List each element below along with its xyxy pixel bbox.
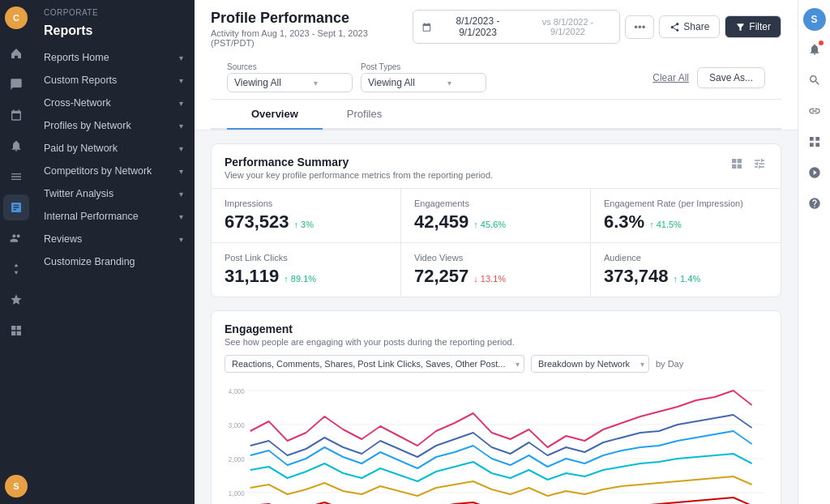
sidebar-item-cross-network-label: Cross-Network <box>44 97 111 109</box>
metric-cell: Post Link Clicks 31,119 ↑ 89.1% <box>212 243 401 297</box>
notification-dot <box>819 41 824 45</box>
post-types-label: Post Types <box>361 62 486 71</box>
performance-summary-card: Performance Summary View your key profil… <box>211 143 781 297</box>
sidebar-title: Reports <box>32 22 195 46</box>
engagement-subtitle: See how people are engaging with your po… <box>225 337 768 347</box>
activity-button[interactable] <box>802 160 827 185</box>
sidebar-item-reports-home-label: Reports Home <box>44 52 109 63</box>
tab-profiles[interactable]: Profiles <box>323 100 406 130</box>
help-button[interactable] <box>802 191 827 216</box>
metrics-grid: Impressions 673,523 ↑ 3% Engagements 42,… <box>212 188 781 297</box>
sidebar: Corporate Reports Reports Home ▾ Custom … <box>32 0 195 504</box>
sidebar-item-reviews-label: Reviews <box>44 233 82 245</box>
share-button[interactable]: Share <box>659 15 720 38</box>
notifications-button[interactable] <box>802 37 827 62</box>
nav-reports-icon[interactable] <box>3 194 29 220</box>
sidebar-item-competitors[interactable]: Competitors by Network ▾ <box>32 160 195 182</box>
sources-chevron-icon: ▾ <box>314 79 318 88</box>
nav-bell-icon[interactable] <box>3 133 29 159</box>
metric-change: ↑ 41.5% <box>649 220 682 229</box>
sources-select[interactable]: Viewing All ▾ <box>227 73 353 92</box>
sidebar-company-label: Corporate <box>32 0 195 22</box>
date-range-button[interactable]: 8/1/2023 - 9/1/2023 vs 8/1/2022 - 9/1/20… <box>413 10 621 44</box>
filter-button[interactable]: Filter <box>725 15 781 38</box>
sidebar-item-branding[interactable]: Customize Branding <box>32 250 195 273</box>
date-range-value: 8/1/2023 - 9/1/2023 <box>436 15 519 38</box>
svg-text:3,000: 3,000 <box>229 421 245 430</box>
metric-cell: Audience 373,748 ↑ 1.4% <box>591 243 781 297</box>
breakdown-select[interactable]: Breakdown by Network <box>531 355 649 373</box>
user-avatar[interactable]: S <box>5 475 28 498</box>
nav-settings-icon[interactable] <box>3 256 29 282</box>
chevron-icon: ▾ <box>179 190 183 199</box>
sidebar-item-profiles-label: Profiles by Network <box>44 120 131 131</box>
metric-change: ↑ 1.4% <box>674 274 701 284</box>
adjust-icon[interactable] <box>751 156 768 174</box>
nav-menu-icon[interactable] <box>3 164 29 190</box>
engagement-metric-select[interactable]: Reactions, Comments, Shares, Post Link C… <box>225 355 524 373</box>
page-subtitle: Activity from Aug 1, 2023 - Sept 1, 2023… <box>211 28 413 48</box>
search-button[interactable] <box>802 68 827 92</box>
sidebar-item-branding-label: Customize Branding <box>44 256 135 267</box>
sidebar-item-competitors-label: Competitors by Network <box>44 165 152 177</box>
metric-change: ↑ 3% <box>294 220 314 229</box>
metric-label: Engagements <box>414 199 577 208</box>
sidebar-item-reviews[interactable]: Reviews ▾ <box>32 228 195 250</box>
nav-star-icon[interactable] <box>3 287 29 313</box>
metric-label: Video Views <box>414 253 577 263</box>
tab-overview[interactable]: Overview <box>227 100 323 130</box>
post-types-select[interactable]: Viewing All ▾ <box>361 73 486 92</box>
metric-value: 6.3% ↑ 41.5% <box>604 211 768 233</box>
metric-label: Impressions <box>225 199 387 208</box>
performance-summary-title: Performance Summary <box>225 156 493 169</box>
more-options-button[interactable]: ••• <box>625 15 654 39</box>
metric-cell: Impressions 673,523 ↑ 3% <box>212 189 401 243</box>
sidebar-item-paid-by-network[interactable]: Paid by Network ▾ <box>32 137 195 160</box>
sidebar-item-cross-network[interactable]: Cross-Network ▾ <box>32 92 195 114</box>
chevron-icon: ▾ <box>179 76 183 85</box>
nav-home-icon[interactable] <box>3 41 29 66</box>
link-button[interactable] <box>802 99 827 123</box>
post-types-chevron-icon: ▾ <box>447 79 451 88</box>
engagement-by-label: by Day <box>656 359 683 369</box>
metric-cell: Video Views 72,257 ↓ 13.1% <box>401 243 591 297</box>
sidebar-item-twitter[interactable]: Twitter Analysis ▾ <box>32 182 195 205</box>
company-avatar[interactable]: C <box>5 6 28 29</box>
sidebar-item-reports-home[interactable]: Reports Home ▾ <box>32 46 195 69</box>
grid-view-icon[interactable] <box>729 156 745 174</box>
sidebar-item-internal[interactable]: Internal Performance ▾ <box>32 205 195 228</box>
sidebar-item-custom-reports[interactable]: Custom Reports ▾ <box>32 69 195 92</box>
chevron-icon: ▾ <box>179 235 183 244</box>
metric-label: Audience <box>604 253 768 263</box>
nav-messages-icon[interactable] <box>3 71 29 97</box>
svg-text:1,000: 1,000 <box>229 489 245 498</box>
metric-value: 373,748 ↑ 1.4% <box>604 266 768 287</box>
metric-value: 42,459 ↑ 45.6% <box>414 211 577 233</box>
clear-all-button[interactable]: Clear All <box>652 72 689 83</box>
engagement-metric-select-wrap: Reactions, Comments, Shares, Post Link C… <box>225 355 524 373</box>
chevron-icon: ▾ <box>179 99 183 108</box>
sidebar-item-profiles-by-network[interactable]: Profiles by Network ▾ <box>32 114 195 137</box>
nav-grid-icon[interactable] <box>3 318 29 344</box>
metric-change: ↑ 89.1% <box>284 274 316 284</box>
save-as-button[interactable]: Save As... <box>697 67 765 88</box>
main-content: Profile Performance Activity from Aug 1,… <box>195 0 798 504</box>
page-header: Profile Performance Activity from Aug 1,… <box>195 0 798 130</box>
content-area: Performance Summary View your key profil… <box>195 130 798 504</box>
svg-rect-42 <box>815 143 819 147</box>
nav-people-icon[interactable] <box>3 225 29 251</box>
sidebar-item-internal-label: Internal Performance <box>44 211 139 222</box>
post-types-value: Viewing All <box>368 77 415 88</box>
engagement-chart: 4,000 3,000 2,000 1,000 0 1 2 3 4 5 6 7 … <box>225 382 768 504</box>
icon-bar: C S <box>0 0 32 504</box>
chevron-icon: ▾ <box>179 167 183 176</box>
nav-calendar-icon[interactable] <box>3 102 29 128</box>
sidebar-item-paid-label: Paid by Network <box>44 143 118 154</box>
post-types-filter: Post Types Viewing All ▾ <box>361 62 486 92</box>
compose-button[interactable] <box>802 130 827 154</box>
performance-summary-subtitle: View your key profile performance metric… <box>225 170 493 180</box>
right-panel-avatar[interactable]: S <box>803 8 826 31</box>
chevron-icon: ▾ <box>179 122 183 130</box>
svg-rect-41 <box>810 143 814 147</box>
share-button-label: Share <box>683 21 709 32</box>
